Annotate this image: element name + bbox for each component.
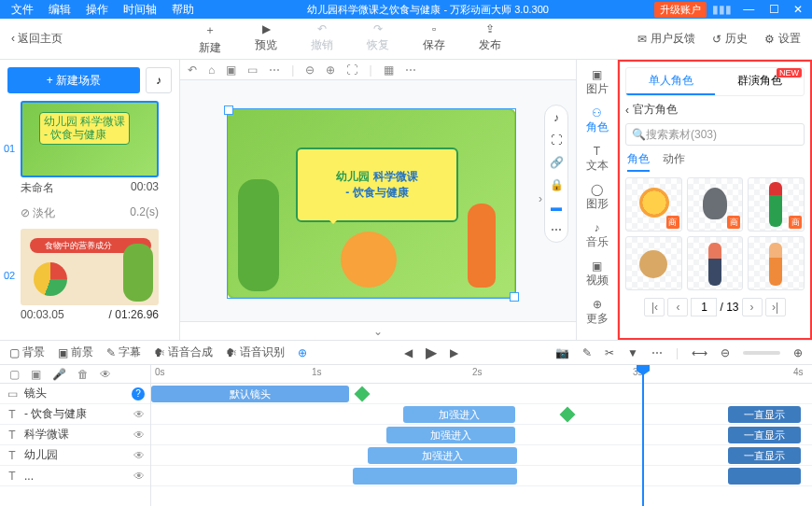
camera-clip[interactable]: 默认镜头 — [151, 386, 349, 402]
tab-group-role[interactable]: 群演角色NEW — [715, 68, 804, 95]
menu-action[interactable]: 操作 — [78, 2, 116, 18]
keyframe[interactable] — [355, 387, 371, 402]
play-button[interactable]: ▶ — [426, 344, 437, 361]
publish-button[interactable]: ⇪发布 — [479, 22, 501, 56]
menu-help[interactable]: 帮助 — [164, 2, 202, 18]
asset-card[interactable] — [748, 236, 805, 290]
camera-icon[interactable]: 📷 — [555, 346, 569, 359]
more-icon[interactable]: ⋯ — [269, 63, 280, 77]
asset-card[interactable]: 商 — [748, 177, 805, 232]
timeline-tracks[interactable]: 0s 1s 2s 3s 4s 默认镜头 加强进入 一直显示 加强进入 一直显示 … — [151, 365, 812, 506]
subtitle-button[interactable]: ✎ 字幕 — [106, 344, 141, 360]
more-icon[interactable]: ⋯ — [405, 63, 416, 77]
back-home-button[interactable]: ‹ 返回主页 — [11, 31, 63, 47]
tab-shape[interactable]: ◯图形 — [577, 180, 617, 215]
menu-edit[interactable]: 编辑 — [41, 2, 78, 18]
asset-card[interactable] — [687, 236, 744, 290]
asset-card[interactable] — [625, 236, 682, 290]
tab-music[interactable]: ♪音乐 — [577, 218, 617, 253]
new-scene-button[interactable]: + 新建场景 — [7, 67, 140, 93]
tab-picture[interactable]: ▣图片 — [577, 65, 617, 100]
rect-icon[interactable]: ▭ — [247, 63, 258, 77]
delete-icon[interactable]: 🗑 — [77, 368, 89, 381]
grid-icon[interactable]: ▦ — [384, 63, 394, 77]
tab-single-role[interactable]: 单人角色 — [626, 68, 715, 95]
scene-thumbnail[interactable]: 食物中的营养成分 — [21, 229, 159, 305]
transition-row[interactable]: ⊘ 淡化0.2(s) — [21, 205, 159, 221]
playhead[interactable] — [642, 365, 644, 506]
redo-button[interactable]: ↷恢复 — [367, 22, 389, 56]
always-clip[interactable]: 一直显示 — [728, 447, 801, 464]
crop-icon[interactable]: ▣ — [226, 63, 236, 77]
tab-role[interactable]: ⚇角色 — [577, 104, 617, 138]
minimize-button[interactable]: — — [737, 3, 760, 16]
mic-icon[interactable]: 🎤 — [52, 368, 66, 381]
page-input[interactable] — [691, 298, 717, 316]
music-icon[interactable]: ♪ — [553, 111, 559, 124]
title-speech-bubble[interactable]: 幼儿园 科学微课 - 饮食与健康 — [296, 148, 458, 222]
enter-clip[interactable]: 加强进入 — [368, 447, 517, 464]
page-prev-button[interactable]: ‹ — [667, 298, 688, 316]
tts-button[interactable]: 🗣 语音合成 — [154, 344, 213, 360]
undo-button[interactable]: ↶撤销 — [311, 22, 333, 56]
eye-icon[interactable]: 👁 — [133, 408, 145, 421]
prev-frame-button[interactable]: ◀ — [404, 346, 413, 359]
feedback-button[interactable]: ✉用户反馈 — [637, 31, 695, 47]
breadcrumb[interactable]: ‹官方角色 — [625, 102, 805, 118]
more-icon[interactable]: ⋯ — [651, 346, 663, 359]
page-next-button[interactable]: › — [742, 298, 763, 316]
add-track-icon[interactable]: ▢ — [9, 368, 20, 381]
track-text2[interactable]: 加强进入 一直显示 — [151, 425, 812, 445]
orange-graphic[interactable] — [341, 232, 397, 288]
menu-timeline[interactable]: 时间轴 — [116, 2, 164, 18]
always-clip[interactable]: 一直显示 — [728, 427, 801, 443]
track-head-extra[interactable]: T...👁 — [0, 466, 150, 486]
zoom-in-icon[interactable]: ⊕ — [793, 346, 803, 359]
chevron-down-icon[interactable]: ⌄ — [373, 325, 383, 338]
enter-clip[interactable]: 加强进入 — [386, 427, 515, 443]
menu-file[interactable]: 文件 — [4, 2, 41, 18]
fit-icon[interactable]: ⛶ — [346, 63, 357, 77]
tab-more[interactable]: ⊕更多 — [577, 295, 617, 330]
zoom-slider[interactable] — [743, 351, 780, 355]
track-head-text3[interactable]: T幼儿园👁 — [0, 445, 150, 466]
scene-item-1[interactable]: 01 幼儿园 科学微课- 饮食与健康 未命名00:03 — [7, 101, 172, 196]
save-button[interactable]: ▫保存 — [423, 22, 445, 56]
canvas[interactable]: 幼儿园 科学微课 - 饮食与健康 ♪ ⛶ 🔗 🔒 ▬ ⋯ › — [180, 80, 576, 321]
page-last-button[interactable]: ›| — [765, 298, 786, 316]
help-icon[interactable]: ? — [132, 387, 145, 401]
eye-icon[interactable]: 👁 — [100, 368, 111, 381]
history-button[interactable]: ↺历史 — [712, 31, 748, 47]
eye-icon[interactable]: 👁 — [133, 470, 145, 483]
zoom-out-icon[interactable]: ⊖ — [721, 346, 730, 359]
home-icon[interactable]: ⌂ — [208, 63, 215, 77]
time-ruler[interactable]: 0s 1s 2s 3s 4s — [151, 365, 812, 384]
expand-icon[interactable]: › — [539, 192, 542, 205]
scene-thumbnail[interactable]: 幼儿园 科学微课- 饮食与健康 — [21, 101, 159, 177]
scene-music-button[interactable]: ♪ — [146, 67, 172, 93]
subtab-role[interactable]: 角色 — [627, 151, 650, 172]
fullscreen-icon[interactable]: ⛶ — [551, 134, 562, 147]
link-icon[interactable]: 🔗 — [550, 156, 564, 169]
fg-button[interactable]: ▣ 前景 — [58, 344, 93, 360]
close-button[interactable]: ✕ — [788, 3, 808, 16]
upgrade-button[interactable]: 升级账户 — [654, 2, 707, 18]
track-text3[interactable]: 加强进入 一直显示 — [151, 445, 812, 466]
undo-icon[interactable]: ↶ — [188, 63, 197, 77]
next-frame-button[interactable]: ▶ — [450, 346, 458, 359]
cut-icon[interactable]: ✂ — [605, 346, 614, 359]
new-button[interactable]: ＋新建 — [199, 22, 221, 56]
subtab-action[interactable]: 动作 — [663, 151, 685, 172]
tab-text[interactable]: T文本 — [577, 142, 617, 176]
snap-icon[interactable]: ⟷ — [692, 346, 707, 359]
zoom-in-icon[interactable]: ⊕ — [326, 63, 335, 77]
zoom-out-icon[interactable]: ⊖ — [305, 63, 315, 77]
track-head-text1[interactable]: T- 饮食与健康👁 — [0, 404, 150, 425]
enter-clip[interactable]: 加强进入 — [403, 406, 515, 423]
asset-card[interactable]: 商 — [625, 177, 682, 232]
more-icon[interactable]: ⋯ — [551, 223, 562, 236]
eye-icon[interactable]: 👁 — [133, 429, 145, 442]
preview-button[interactable]: ▶预览 — [255, 22, 277, 56]
settings-button[interactable]: ⚙设置 — [764, 31, 801, 47]
track-head-text2[interactable]: T科学微课👁 — [0, 425, 150, 445]
